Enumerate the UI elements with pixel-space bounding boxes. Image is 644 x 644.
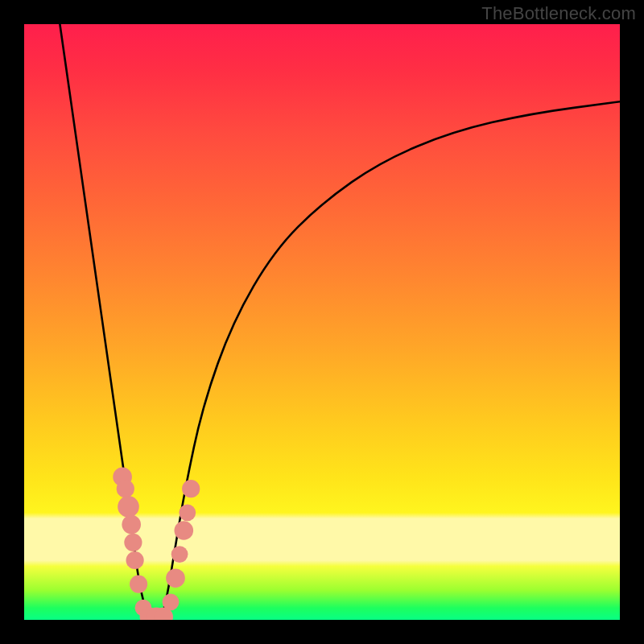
bead-point <box>117 480 134 497</box>
bead-point <box>122 515 141 535</box>
curve-layer <box>24 24 620 620</box>
bead-point <box>124 534 142 551</box>
bead-point <box>182 480 200 497</box>
bead-point <box>179 504 196 521</box>
bead-point <box>171 546 188 563</box>
right-branch-curve <box>161 101 620 620</box>
bead-point <box>118 496 139 518</box>
bead-point <box>175 521 194 540</box>
bead-point <box>126 551 144 569</box>
bead-point <box>130 576 147 593</box>
chart-frame: TheBottleneck.com <box>0 0 644 644</box>
bead-point <box>163 593 180 610</box>
bead-cluster <box>113 468 200 620</box>
plot-area <box>24 24 620 620</box>
watermark-text: TheBottleneck.com <box>481 3 636 24</box>
bead-point <box>166 568 185 588</box>
